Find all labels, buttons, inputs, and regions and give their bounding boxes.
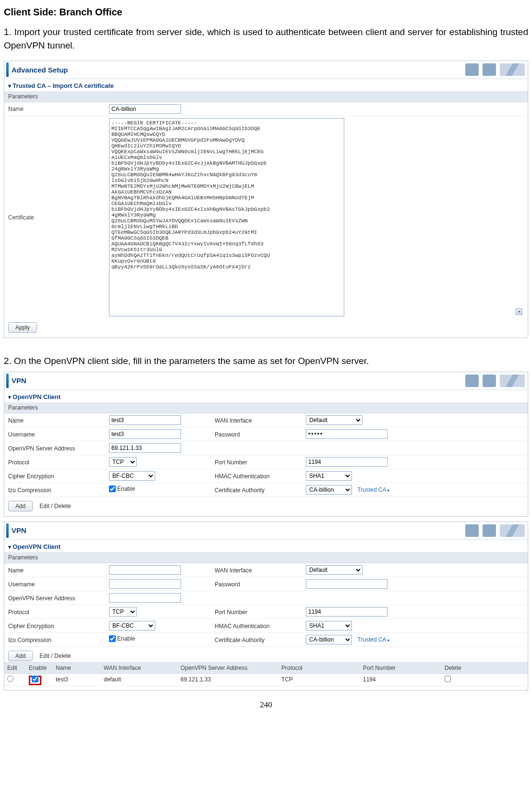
scroll-down-icon[interactable]: ▾ [516, 308, 522, 315]
wan-interface-label: WAN Interface [215, 416, 306, 424]
izo-compression-label: Izo Compression [8, 485, 109, 494]
certificate-authority-label: Certificate Authority [215, 485, 306, 494]
col-name: Name [56, 665, 104, 671]
certificate-label: Certificate [8, 118, 109, 221]
username-input[interactable] [109, 579, 181, 589]
row-izo-ca: Izo Compression Enable Certificate Autho… [4, 633, 528, 647]
col-proto: Protocol [281, 665, 363, 671]
password-input[interactable] [306, 579, 387, 589]
port-number-label: Port Number [215, 607, 306, 616]
add-button[interactable]: Add [8, 501, 33, 511]
wan-interface-select[interactable]: Default [306, 565, 363, 575]
row-certificate: Certificate -----BEGIN CERTIFICATE----- … [4, 116, 528, 318]
row-name: Name [4, 102, 528, 116]
server-address-label: OpenVPN Server Address [8, 444, 109, 452]
server-address-input[interactable] [109, 593, 181, 603]
name-label: Name [8, 104, 109, 112]
hmac-select[interactable]: SHA1 [306, 471, 352, 481]
panel-header-title: VPN [12, 526, 26, 534]
cipher-label: Cipher Encryption [8, 621, 109, 630]
name-input[interactable] [109, 104, 181, 114]
row-wan: default [104, 676, 181, 683]
panel-header: VPN [4, 522, 528, 540]
name-label: Name [8, 566, 109, 574]
section-title-trusted-ca[interactable]: Trusted CA – Import CA certificate [4, 79, 528, 91]
parameters-subheader: Parameters [4, 91, 528, 102]
row-address: OpenVPN Server Address [4, 591, 528, 605]
row-edit-radio[interactable] [7, 676, 13, 682]
port-number-input[interactable] [306, 457, 387, 467]
protocol-select[interactable]: TCP [109, 607, 137, 617]
certificate-authority-select[interactable]: CA-billion [306, 635, 352, 644]
port-number-label: Port Number [215, 458, 306, 466]
username-label: Username [8, 580, 109, 588]
row-name-wan: Name WAN Interface Default [4, 563, 528, 577]
edit-delete-link[interactable]: Edit / Delete [39, 501, 71, 511]
parameters-subheader: Parameters [4, 552, 528, 563]
name-label: Name [8, 416, 109, 424]
password-label: Password [215, 580, 306, 588]
port-number-input[interactable] [306, 607, 387, 617]
trusted-ca-link[interactable]: Trusted CA [357, 636, 390, 643]
certificate-textarea[interactable]: -----BEGIN CERTIFICATE----- MIIEMTCCA5qg… [109, 118, 344, 316]
row-user-pass: Username Password [4, 577, 528, 591]
izo-enable-checkbox[interactable]: Enable [109, 485, 135, 492]
certificate-authority-select[interactable]: CA-billion [306, 485, 352, 495]
add-button[interactable]: Add [8, 651, 33, 661]
apply-button[interactable]: Apply [8, 322, 37, 333]
grid-header: Edit Enable Name WAN Interface OpenVPN S… [4, 662, 528, 674]
cipher-select[interactable]: BF-CBC [109, 621, 155, 630]
page-title: Client Side: Branch Office [4, 7, 528, 18]
hmac-label: HMAC Authentication [215, 621, 306, 630]
row-protocol-port: Protocol TCP Port Number [4, 455, 528, 469]
section-title-openvpn-client[interactable]: OpenVPN Client [4, 390, 528, 402]
parameters-subheader: Parameters [4, 402, 528, 413]
row-address: OpenVPN Server Address [4, 441, 528, 455]
password-label: Password [215, 430, 306, 438]
col-addr: OpenVPN Server Address [181, 665, 281, 671]
protocol-label: Protocol [8, 607, 109, 616]
cipher-label: Cipher Encryption [8, 472, 109, 480]
header-accent-bar [6, 374, 9, 388]
row-user-pass: Username Password [4, 427, 528, 441]
row-delete-checkbox[interactable] [445, 676, 451, 682]
row-protocol-port: Protocol TCP Port Number [4, 605, 528, 619]
paragraph-2: 2. On the OpenVPN client side, fill in t… [4, 354, 528, 368]
name-input[interactable] [109, 415, 181, 425]
table-row: test3 default 69.121.1.33 TCP 1194 [4, 674, 528, 686]
name-input[interactable] [109, 565, 181, 575]
row-cipher-hmac: Cipher Encryption BF-CBC HMAC Authentica… [4, 469, 528, 483]
row-enable-checkbox[interactable] [32, 676, 38, 682]
panel-header-title: VPN [12, 376, 26, 385]
header-decoration [465, 524, 525, 537]
panel-header: VPN [4, 372, 528, 390]
protocol-select[interactable]: TCP [109, 457, 137, 467]
server-address-input[interactable] [109, 443, 181, 453]
cipher-select[interactable]: BF-CBC [109, 471, 155, 481]
col-port: Port Number [363, 665, 445, 671]
trusted-ca-link[interactable]: Trusted CA [357, 486, 390, 493]
certificate-authority-label: Certificate Authority [215, 635, 306, 643]
hmac-label: HMAC Authentication [215, 472, 306, 480]
highlight-box-icon [29, 676, 41, 685]
server-address-label: OpenVPN Server Address [8, 594, 109, 602]
col-edit: Edit [7, 665, 29, 671]
enable-text: Enable [117, 635, 135, 642]
izo-enable-checkbox[interactable]: Enable [109, 635, 135, 642]
header-decoration [465, 375, 525, 387]
row-izo-ca: Izo Compression Enable Certificate Autho… [4, 483, 528, 497]
protocol-label: Protocol [8, 458, 109, 466]
username-label: Username [8, 430, 109, 438]
col-delete: Delete [445, 665, 483, 671]
section-title-openvpn-client[interactable]: OpenVPN Client [4, 540, 528, 552]
wan-interface-select[interactable]: Default [306, 415, 363, 425]
panel-advanced-setup: Advanced Setup Trusted CA – Import CA ce… [4, 61, 528, 338]
password-input[interactable] [306, 429, 387, 439]
header-decoration [465, 63, 525, 76]
wan-interface-label: WAN Interface [215, 566, 306, 574]
edit-delete-link[interactable]: Edit / Delete [39, 651, 71, 661]
username-input[interactable] [109, 429, 181, 439]
col-enable: Enable [29, 665, 56, 671]
row-name: test3 [56, 676, 104, 683]
hmac-select[interactable]: SHA1 [306, 621, 352, 630]
